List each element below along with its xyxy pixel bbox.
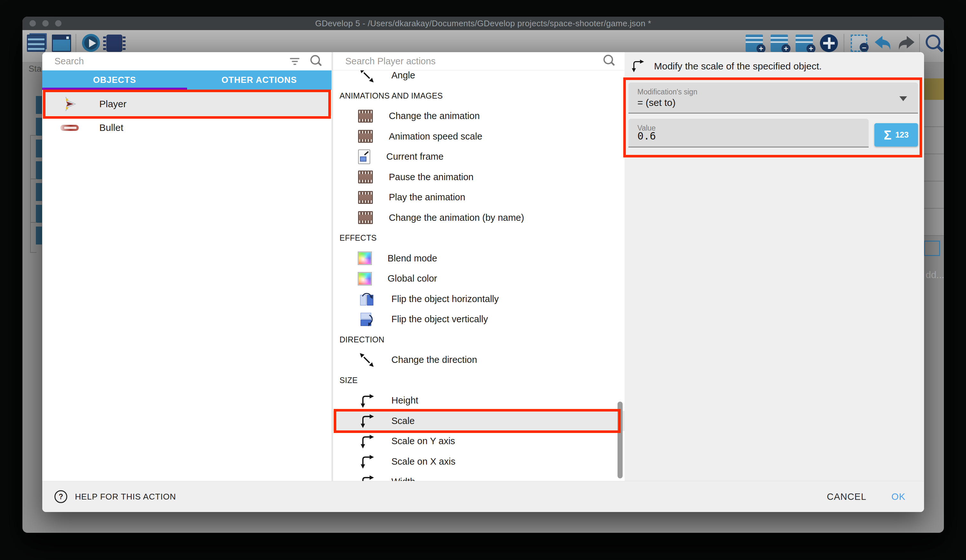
flip-vertical-icon [358,311,375,327]
action-item-label: Blend mode [388,253,437,264]
expression-button-label: 123 [895,130,909,139]
event-block[interactable] [36,118,42,136]
action-item-blend-mode[interactable]: Blend mode [333,248,624,269]
objects-panel: OBJECTS OTHER ACTIONS Player Bullet [42,52,332,481]
delete-selection-icon[interactable]: – [851,34,867,52]
field-label: Modification's sign [637,88,697,96]
add-circle-icon[interactable] [820,34,838,52]
action-item-label: Change the direction [391,355,477,365]
action-item-angle[interactable]: Angle [333,70,624,86]
chevron-down-icon [899,96,907,101]
objects-search-input[interactable] [42,56,290,67]
ok-button[interactable]: OK [891,491,905,502]
frame-icon [358,149,370,164]
event-row [924,127,944,154]
zoom-button[interactable] [55,20,61,26]
action-item-height[interactable]: Height [333,390,624,411]
background-add-label: dd... [926,269,944,280]
action-item-width[interactable]: Width [333,472,624,481]
question-mark-icon: ? [54,490,67,503]
resize-arrow-icon [358,433,375,449]
add-comment-icon[interactable]: + [795,34,813,52]
value-field[interactable]: Value 0.6 [628,119,869,147]
resize-arrow-icon [358,393,375,409]
action-item-flip-the-object-horizontally[interactable]: Flip the object horizontally [333,289,624,309]
event-block[interactable] [36,226,42,244]
add-subevent-icon[interactable]: + [770,34,788,52]
action-item-scale[interactable]: Scale [333,411,624,431]
event-bracket [30,135,31,253]
cancel-button[interactable]: CANCEL [827,491,866,502]
event-bracket [30,222,36,223]
action-item-label: Play the animation [389,192,465,203]
debug-icon[interactable] [106,34,122,52]
event-block[interactable] [36,205,42,223]
expression-editor-button[interactable]: Σ 123 [874,123,918,147]
modification-sign-select[interactable]: Modification's sign = (set to) [628,83,918,114]
search-icon[interactable] [310,55,323,68]
action-item-change-the-animation[interactable]: Change the animation [333,106,624,126]
event-bracket [30,135,36,136]
scene-editor-icon[interactable] [52,34,71,52]
sigma-icon: Σ [884,129,891,141]
actions-scrollbar[interactable] [618,401,623,478]
angle-arrow-icon [358,70,375,84]
search-icon[interactable] [603,55,616,67]
action-description: Modify the scale of the specified object… [654,61,822,72]
event-block[interactable] [36,161,42,179]
flip-horizontal-icon [358,291,375,307]
add-event-icon[interactable]: + [746,34,763,52]
action-item-global-color[interactable]: Global color [333,269,624,289]
action-section-header: DIRECTION [333,329,624,350]
plus-badge-icon: + [807,44,815,53]
object-item-player[interactable]: Player [42,92,332,116]
actions-search-input[interactable] [333,56,603,67]
event-row [924,209,944,236]
action-item-label: Current frame [386,151,444,162]
action-item-play-the-animation[interactable]: Play the animation [333,187,624,208]
actions-search-row [333,52,624,70]
action-item-animation-speed-scale[interactable]: Animation speed scale [333,126,624,147]
tab-other-actions[interactable]: OTHER ACTIONS [187,70,332,90]
minus-badge-icon: – [860,43,869,52]
film-strip-icon [358,130,373,143]
play-icon[interactable] [82,34,100,52]
minimize-button[interactable] [42,20,49,26]
toolbar-search-icon[interactable] [926,34,944,52]
action-item-pause-the-animation[interactable]: Pause the animation [333,167,624,188]
event-block[interactable] [36,139,42,157]
action-item-label: Height [391,395,418,406]
action-item-change-the-direction[interactable]: Change the direction [333,350,624,370]
redo-icon[interactable] [897,35,916,51]
action-item-label: Pause the animation [389,172,473,182]
resize-arrow-icon [358,474,375,481]
action-item-scale-on-x-axis[interactable]: Scale on X axis [333,452,624,472]
event-block[interactable] [36,96,42,114]
film-strip-icon [358,170,373,183]
actions-panel: AngleANIMATIONS AND IMAGESChange the ani… [333,52,624,481]
action-item-scale-on-y-axis[interactable]: Scale on Y axis [333,431,624,452]
event-row [924,154,944,182]
help-label: HELP FOR THIS ACTION [75,492,176,502]
action-item-current-frame[interactable]: Current frame [333,147,624,167]
tab-objects[interactable]: OBJECTS [42,70,187,90]
resize-arrow-icon [358,454,375,470]
event-row-selected [924,79,944,100]
object-item-bullet[interactable]: Bullet [42,116,332,139]
resize-arrow-icon [630,59,644,74]
project-manager-icon[interactable] [27,34,46,52]
action-item-label: Animation speed scale [389,131,482,142]
help-button[interactable]: ? HELP FOR THIS ACTION [54,490,176,503]
film-strip-icon [358,191,373,204]
toolbar-separator [919,34,920,52]
undo-icon[interactable] [873,35,892,51]
action-item-change-the-animation-by-name[interactable]: Change the animation (by name) [333,208,624,228]
action-item-label: Angle [391,70,415,81]
plus-badge-icon: + [757,44,766,53]
event-block[interactable] [36,183,42,201]
titlebar: GDevelop 5 - /Users/dkarakay/Documents/G… [22,16,944,30]
event-bracket [30,178,36,179]
close-button[interactable] [30,20,36,26]
filter-icon[interactable] [290,58,299,65]
action-item-flip-the-object-vertically[interactable]: Flip the object vertically [333,309,624,329]
